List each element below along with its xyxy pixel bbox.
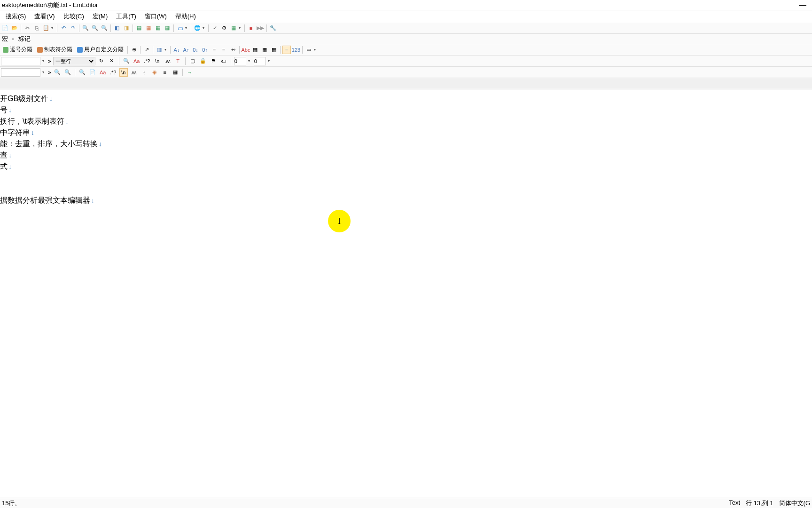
editor-area[interactable]: 开GB级别文件↓ 号↓ 换行，\t表示制表符↓ 中字符串↓ 能：去重，排序，大小… bbox=[0, 89, 812, 498]
menu-tools[interactable]: 工具(T) bbox=[112, 11, 140, 22]
close-icon[interactable]: ✕ bbox=[108, 57, 116, 65]
validate-icon[interactable]: Abc bbox=[242, 46, 250, 54]
autofit-icon[interactable]: ⇿ bbox=[229, 46, 237, 54]
dropdown-icon[interactable]: ▾ bbox=[185, 26, 189, 30]
undo-icon[interactable]: ↶ bbox=[59, 24, 68, 32]
menu-compare[interactable]: 比较(C) bbox=[60, 11, 88, 22]
align-left-icon[interactable]: ≡ bbox=[210, 46, 219, 54]
filter-case-icon[interactable]: Aa bbox=[99, 68, 107, 77]
status-left: 15行。 bbox=[2, 499, 21, 508]
sort-num-asc-icon[interactable]: 0↓ bbox=[191, 46, 200, 54]
dropdown-icon[interactable]: ▾ bbox=[248, 59, 252, 63]
tab-sep-button[interactable]: 制表符分隔 bbox=[35, 45, 74, 55]
bookmark-icon[interactable]: ◧ bbox=[113, 24, 121, 32]
filter-doc-icon[interactable]: 📄 bbox=[88, 68, 97, 77]
newline-icon: ↓ bbox=[91, 195, 94, 206]
combine-icon[interactable]: ▦ bbox=[260, 46, 269, 54]
search-prev-icon[interactable]: 🔍 bbox=[91, 24, 99, 32]
paste-icon[interactable]: 📋 bbox=[42, 24, 50, 32]
tools-icon[interactable]: 🔧 bbox=[269, 24, 277, 32]
filter-w-icon[interactable]: .w. bbox=[130, 68, 138, 77]
search-icon[interactable]: 🔍 bbox=[81, 24, 90, 32]
dropdown-icon[interactable]: ▾ bbox=[51, 26, 55, 30]
cut-icon[interactable]: ✂ bbox=[23, 24, 31, 32]
sort-num-desc-icon[interactable]: 0↑ bbox=[201, 46, 209, 54]
menu-view[interactable]: 查看(V) bbox=[31, 11, 58, 22]
lock-icon[interactable]: 🔒 bbox=[199, 57, 207, 65]
dropdown-icon[interactable]: ▾ bbox=[314, 48, 318, 52]
bookmark2-icon[interactable]: 🏷 bbox=[219, 57, 228, 65]
escape-n-icon[interactable]: \n bbox=[153, 57, 162, 65]
search-icon[interactable]: 🔍 bbox=[122, 57, 131, 65]
highlight-icon[interactable]: ◨ bbox=[122, 24, 131, 32]
newline-icon: ↓ bbox=[8, 150, 12, 161]
align-right-icon[interactable]: ≡ bbox=[219, 46, 228, 54]
filter-target-icon[interactable]: ◉ bbox=[150, 68, 159, 77]
separator bbox=[119, 57, 119, 65]
redo-icon[interactable]: ↷ bbox=[69, 24, 77, 32]
menu-help[interactable]: 帮助(H) bbox=[172, 11, 200, 22]
config-csv-icon[interactable]: ▭ bbox=[304, 46, 313, 54]
copy-icon[interactable]: ⎘ bbox=[32, 24, 41, 32]
escape-w-icon[interactable]: .w. bbox=[164, 57, 172, 65]
grid-mode-icon[interactable]: ▦ bbox=[163, 24, 172, 32]
menu-search[interactable]: 搜索(S) bbox=[2, 11, 30, 22]
separator bbox=[153, 46, 153, 54]
filter-next-icon[interactable]: 🔍 bbox=[63, 68, 72, 77]
csv-mode-icon[interactable]: ▦ bbox=[135, 24, 143, 32]
flag-icon[interactable]: ⚑ bbox=[209, 57, 218, 65]
macro-label: 宏 bbox=[2, 35, 8, 43]
sort-desc-icon[interactable]: A↑ bbox=[182, 46, 190, 54]
comma-sep-button[interactable]: 逗号分隔 bbox=[1, 45, 34, 55]
search-field[interactable] bbox=[1, 57, 40, 65]
minimize-button[interactable]: — bbox=[799, 1, 806, 9]
filter-regex-icon[interactable]: .*? bbox=[109, 68, 117, 77]
window-icon[interactable]: ▢ bbox=[188, 57, 197, 65]
tsv-mode-icon[interactable]: ▦ bbox=[144, 24, 153, 32]
menu-window[interactable]: 窗口(W) bbox=[141, 11, 171, 22]
spellcheck-icon[interactable]: ✓ bbox=[211, 24, 219, 32]
dropdown-icon[interactable]: ▾ bbox=[203, 26, 206, 30]
dropdown-icon[interactable]: ▾ bbox=[239, 26, 242, 30]
search-next-icon[interactable]: 🔍 bbox=[100, 24, 109, 32]
play-icon[interactable]: ▶▶ bbox=[256, 24, 265, 32]
menu-macro[interactable]: 宏(M) bbox=[89, 11, 112, 22]
settings-icon[interactable]: ⚙ bbox=[220, 24, 228, 32]
dsv-mode-icon[interactable]: ▦ bbox=[154, 24, 162, 32]
target-icon[interactable]: ⊕ bbox=[130, 46, 138, 54]
open-file-icon[interactable]: 📂 bbox=[10, 24, 19, 32]
filter-n-icon[interactable]: \n bbox=[119, 68, 128, 77]
filter-prev-icon[interactable]: 🔍 bbox=[53, 68, 62, 77]
dropdown-icon[interactable]: ▾ bbox=[42, 70, 46, 74]
count2-field[interactable] bbox=[254, 57, 266, 65]
custom-sep-button[interactable]: 用户自定义分隔 bbox=[75, 45, 125, 55]
filter-go-icon[interactable]: → bbox=[186, 68, 194, 77]
sort-asc-icon[interactable]: A↓ bbox=[172, 46, 181, 54]
record-icon[interactable]: ■ bbox=[247, 24, 255, 32]
config-icon[interactable]: ▦ bbox=[229, 24, 238, 32]
escape-t-icon[interactable]: T bbox=[174, 57, 182, 65]
database-icon[interactable]: 🗃 bbox=[176, 24, 184, 32]
filter-swap-icon[interactable]: ↕ bbox=[140, 68, 148, 77]
split-icon[interactable]: ▦ bbox=[270, 46, 278, 54]
web-icon[interactable]: 🌐 bbox=[193, 24, 202, 32]
arrow-icon[interactable]: ↗ bbox=[142, 46, 151, 54]
filter-grid-icon[interactable]: ▦ bbox=[171, 68, 180, 77]
line-num-icon[interactable]: ≡ bbox=[282, 46, 291, 54]
new-file-icon[interactable]: 📄 bbox=[1, 24, 9, 32]
search-scope-select[interactable]: 一整行 bbox=[53, 57, 95, 65]
filter-field[interactable] bbox=[1, 68, 40, 77]
separator bbox=[110, 24, 111, 32]
dropdown-icon[interactable]: ▾ bbox=[268, 59, 272, 63]
count1-field[interactable] bbox=[234, 57, 246, 65]
dropdown-icon[interactable]: ▾ bbox=[42, 59, 46, 63]
filter-list-icon[interactable]: ≡ bbox=[161, 68, 169, 77]
columns-icon[interactable]: ▥ bbox=[155, 46, 164, 54]
refresh-icon[interactable]: ↻ bbox=[97, 57, 106, 65]
case-icon[interactable]: Aa bbox=[133, 57, 141, 65]
remove-dup-icon[interactable]: ▦ bbox=[251, 46, 259, 54]
ruler-icon[interactable]: 123 bbox=[292, 46, 300, 54]
filter-search-icon[interactable]: 🔍 bbox=[78, 68, 86, 77]
regex-icon[interactable]: .*? bbox=[143, 57, 151, 65]
dropdown-icon[interactable]: ▾ bbox=[164, 48, 168, 52]
